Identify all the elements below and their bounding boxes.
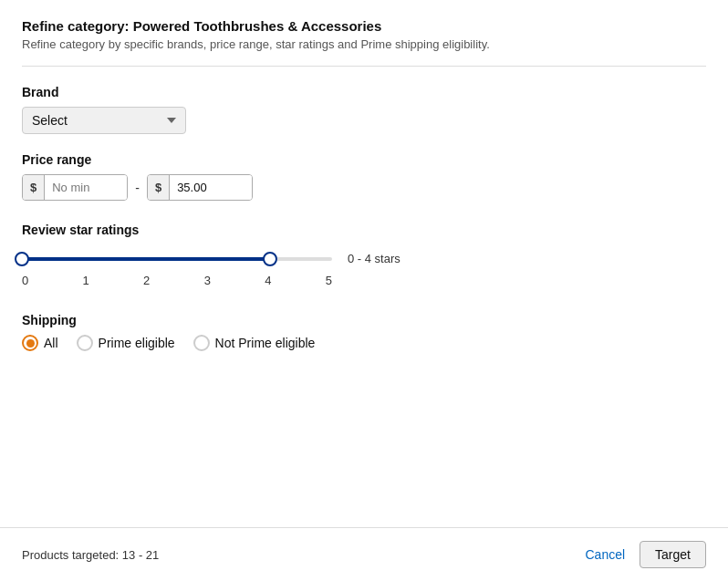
shipping-option-all[interactable]: All: [22, 335, 58, 351]
price-min-currency: $: [23, 175, 45, 200]
star-ratings-section: Review star ratings 0 1 2 3 4 5 0 - 4 st…: [22, 223, 706, 287]
page-subtitle: Refine category by specific brands, pric…: [22, 37, 706, 51]
slider-label-4: 4: [265, 274, 271, 287]
shipping-option-not-prime[interactable]: Not Prime eligible: [193, 335, 316, 351]
shipping-option-prime-label: Prime eligible: [99, 336, 175, 350]
star-range-label: 0 - 4 stars: [348, 252, 400, 265]
slider-label-5: 5: [326, 274, 332, 287]
price-range-section: Price range $ - $: [22, 152, 706, 201]
slider-track: [22, 257, 332, 261]
slider-label-2: 2: [143, 274, 150, 287]
slider-row: 0 1 2 3 4 5 0 - 4 stars: [22, 244, 706, 287]
slider-thumb-max[interactable]: [263, 252, 277, 266]
slider-thumb-min[interactable]: [15, 252, 29, 266]
shipping-section: Shipping All Prime eligible Not Prime el…: [22, 313, 706, 351]
shipping-option-prime[interactable]: Prime eligible: [77, 335, 175, 351]
brand-select[interactable]: Select Oral-B Philips Sonicare Waterpik …: [22, 107, 186, 134]
products-targeted: Products targeted: 13 - 21: [22, 548, 159, 562]
target-button[interactable]: Target: [640, 541, 706, 568]
shipping-option-all-label: All: [44, 336, 58, 350]
footer-buttons: Cancel Target: [581, 541, 706, 568]
brand-label: Brand: [22, 85, 706, 99]
slider-labels: 0 1 2 3 4 5: [22, 274, 332, 287]
shipping-label: Shipping: [22, 313, 706, 327]
slider-label-0: 0: [22, 274, 28, 287]
star-ratings-label: Review star ratings: [22, 223, 706, 237]
price-max-currency: $: [148, 175, 170, 200]
price-dash: -: [135, 181, 140, 195]
slider-wrapper: 0 1 2 3 4 5: [22, 244, 332, 287]
radio-prime-indicator: [77, 335, 93, 351]
slider-label-1: 1: [83, 274, 89, 287]
slider-fill: [22, 257, 270, 261]
price-min-input[interactable]: [45, 175, 127, 200]
slider-label-3: 3: [204, 274, 211, 287]
cancel-button[interactable]: Cancel: [581, 542, 629, 567]
price-min-field: $: [22, 174, 128, 201]
page-title: Refine category: Powered Toothbrushes & …: [22, 18, 706, 34]
radio-all-indicator: [22, 335, 38, 351]
price-inputs-group: $ - $: [22, 174, 706, 201]
shipping-option-not-prime-label: Not Prime eligible: [215, 336, 316, 350]
price-range-label: Price range: [22, 152, 706, 167]
brand-section: Brand Select Oral-B Philips Sonicare Wat…: [22, 85, 706, 134]
price-max-input[interactable]: [170, 175, 252, 200]
header-divider: [22, 66, 706, 67]
shipping-radio-group: All Prime eligible Not Prime eligible: [22, 335, 706, 351]
radio-not-prime-indicator: [193, 335, 210, 351]
footer: Products targeted: 13 - 21 Cancel Target: [0, 527, 728, 581]
price-max-field: $: [147, 174, 253, 201]
